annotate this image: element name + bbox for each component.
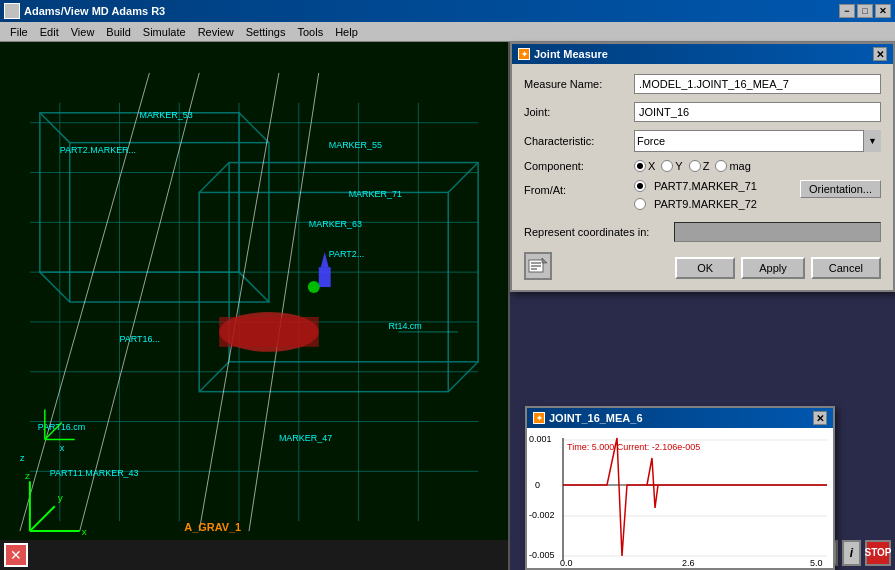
svg-text:-0.005: -0.005 [529,550,555,560]
action-row: OK Apply Cancel [524,252,881,280]
joint-label: Joint: [524,106,634,118]
cancel-button[interactable]: Cancel [811,257,881,279]
stop-button[interactable]: STOP [865,540,891,566]
joint-measure-title: Joint Measure [534,48,608,60]
menu-edit[interactable]: Edit [34,24,65,40]
svg-text:MARKER_71: MARKER_71 [349,189,402,199]
apply-button[interactable]: Apply [741,257,805,279]
svg-rect-49 [319,267,331,287]
chart-svg: 0.001 0 -0.002 -0.005 Time: 5.000 Curren… [527,428,833,568]
component-z-label: Z [703,160,710,172]
fromat-row: From/At: PART7.MARKER_71 PART9.MARKER_72… [524,180,881,214]
menu-file[interactable]: File [4,24,34,40]
component-y-item[interactable]: Y [661,160,682,172]
viewport: MODEL_1 [0,42,510,570]
svg-text:PART11.MARKER_43: PART11.MARKER_43 [50,468,139,478]
joint-measure-dialog: ✦ Joint Measure ✕ Measure Name: Joint: C… [510,42,895,292]
ok-button[interactable]: OK [675,257,735,279]
fromat-radio1[interactable] [634,180,646,192]
menu-settings[interactable]: Settings [240,24,292,40]
component-mag-label: mag [729,160,750,172]
component-radio-group: X Y Z mag [634,160,751,172]
maximize-button[interactable]: □ [857,4,873,18]
svg-text:PART2.MARKER...: PART2.MARKER... [60,145,136,155]
svg-text:0.0: 0.0 [560,558,573,568]
main-area: MODEL_1 [0,42,895,570]
svg-text:MARKER_55: MARKER_55 [329,140,382,150]
svg-text:MARKER_47: MARKER_47 [279,433,332,443]
edit-icon-button[interactable] [524,252,552,280]
fromat-radio2[interactable] [634,198,646,210]
close-button[interactable]: ✕ [875,4,891,18]
svg-text:Rt14.cm: Rt14.cm [388,321,421,331]
svg-text:y: y [58,492,63,503]
menu-review[interactable]: Review [192,24,240,40]
svg-text:x: x [60,443,65,453]
component-mag-item[interactable]: mag [715,160,750,172]
joint-measure-body: Measure Name: Joint: Characteristic: For… [512,64,893,290]
svg-text:Time: 5.000    Current: -2.106: Time: 5.000 Current: -2.106e-005 [567,442,700,452]
dialog-buttons: OK Apply Cancel [560,257,881,279]
svg-text:5.0: 5.0 [810,558,823,568]
menu-view[interactable]: View [65,24,101,40]
viewport-canvas: x z y MARKER_53 PART2.MARKER... MARKER_5… [0,42,508,570]
characteristic-row: Characteristic: Force Torque Displacemen… [524,130,881,152]
orientation-button[interactable]: Orientation... [800,180,881,198]
component-mag-radio[interactable] [715,160,727,172]
viewport-bottom-bar: ✕ [0,540,510,570]
characteristic-select[interactable]: Force Torque Displacement Velocity Accel… [634,130,881,152]
svg-text:0: 0 [535,480,540,490]
menu-help[interactable]: Help [329,24,364,40]
svg-text:2.6: 2.6 [682,558,695,568]
svg-text:MARKER_63: MARKER_63 [309,219,362,229]
chart-close[interactable]: ✕ [813,411,827,425]
component-x-radio[interactable] [634,160,646,172]
fromat-label: From/At: [524,184,634,196]
chart-dialog: ✦ JOINT_16_MEA_6 ✕ 0.001 0 -0.002 -0.005 [525,406,835,570]
svg-text:-0.002: -0.002 [529,510,555,520]
joint-row: Joint: [524,102,881,122]
fromat-option2-label: PART9.MARKER_72 [654,198,757,210]
measure-name-row: Measure Name: [524,74,881,94]
minimize-button[interactable]: − [839,4,855,18]
svg-text:x: x [82,526,87,537]
represent-field [674,222,881,242]
viewport-icon[interactable]: ✕ [4,543,28,567]
characteristic-label: Characteristic: [524,135,634,147]
chart-body: 0.001 0 -0.002 -0.005 Time: 5.000 Curren… [527,428,833,568]
svg-text:PART2...: PART2... [329,249,365,259]
component-z-radio[interactable] [689,160,701,172]
component-row: Component: X Y Z [524,160,881,172]
right-panel: ✦ Joint Measure ✕ Measure Name: Joint: C… [510,42,895,570]
component-z-item[interactable]: Z [689,160,710,172]
joint-input[interactable] [634,102,881,122]
menu-bar: File Edit View Build Simulate Review Set… [0,22,895,42]
menu-tools[interactable]: Tools [291,24,329,40]
info-button[interactable]: i [842,540,861,566]
svg-point-51 [308,281,320,293]
svg-rect-48 [219,317,319,347]
component-x-label: X [648,160,655,172]
app-icon [4,3,20,19]
measure-name-label: Measure Name: [524,78,634,90]
component-label: Component: [524,160,634,172]
menu-build[interactable]: Build [100,24,136,40]
svg-text:0.001: 0.001 [529,434,552,444]
represent-label: Represent coordinates in: [524,226,674,238]
app-title: Adams/View MD Adams R3 [24,5,165,17]
svg-text:z: z [25,470,30,481]
component-y-radio[interactable] [661,160,673,172]
fromat-option1-row: PART7.MARKER_71 [634,180,796,192]
fromat-option1-label: PART7.MARKER_71 [654,180,757,192]
joint-measure-title-bar: ✦ Joint Measure ✕ [512,44,893,64]
chart-title-bar: ✦ JOINT_16_MEA_6 ✕ [527,408,833,428]
represent-row: Represent coordinates in: [524,222,881,242]
measure-name-input[interactable] [634,74,881,94]
component-x-item[interactable]: X [634,160,655,172]
edit-icon [528,257,548,275]
svg-text:A_GRAV_1: A_GRAV_1 [184,521,241,533]
joint-measure-close[interactable]: ✕ [873,47,887,61]
menu-simulate[interactable]: Simulate [137,24,192,40]
svg-text:MARKER_53: MARKER_53 [139,110,192,120]
svg-rect-0 [0,43,508,569]
